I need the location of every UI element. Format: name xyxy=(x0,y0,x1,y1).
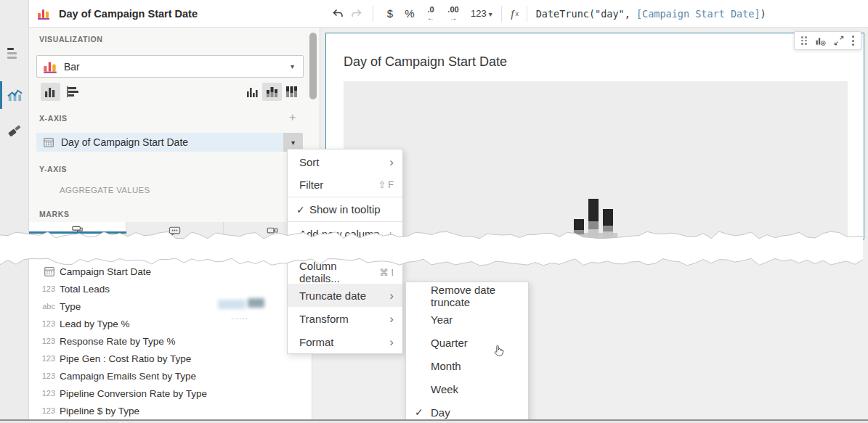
currency-format-button[interactable]: $ xyxy=(381,7,399,20)
app-window: + Day of Campaign Start Date VISUALIZATI… xyxy=(0,0,868,423)
redo-button[interactable] xyxy=(349,7,364,21)
number-type-icon: 123 xyxy=(39,319,55,328)
field-row-response-rate-by-type[interactable]: 123Response Rate by Type % xyxy=(29,332,312,350)
menu-item-label: Year xyxy=(431,313,519,326)
chart-loading-placeholder xyxy=(344,81,848,239)
menu-item-quarter[interactable]: Quarter xyxy=(406,331,528,354)
menu-item-filter[interactable]: Filter⇧ F xyxy=(288,173,402,196)
add-chart-icon[interactable] xyxy=(814,35,827,47)
aggregate-values-label: AGGREGATE VALUES xyxy=(60,186,150,194)
number-type-icon: 123 xyxy=(39,371,55,380)
menu-item-label: Transform xyxy=(299,313,389,325)
toolbar-divider xyxy=(527,6,527,22)
field-label: Response Rate by Type % xyxy=(60,336,176,347)
menu-item-label: Show in tooltip xyxy=(309,203,394,215)
menu-item-label: Month xyxy=(431,360,519,372)
percent-stacked-bar-button[interactable] xyxy=(282,83,301,101)
field-label: Campaign Emails Sent by Type xyxy=(60,371,196,382)
menu-item-truncate-date[interactable]: Truncate date› xyxy=(288,284,402,307)
number-type-icon: 123 xyxy=(39,337,55,345)
chart-hover-toolbar xyxy=(794,31,861,50)
field-row-campaign-emails-sent-by-type[interactable]: 123Campaign Emails Sent by Type xyxy=(29,367,312,385)
percent-format-button[interactable]: % xyxy=(399,7,420,20)
x-axis-field-label: Day of Campaign Start Date xyxy=(61,136,277,148)
field-label: Pipe Gen : Cost Ratio by Type xyxy=(60,353,191,364)
grouped-bar-button[interactable] xyxy=(243,83,262,101)
field-row-pipe-gen-cost-ratio-by-type[interactable]: 123Pipe Gen : Cost Ratio by Type xyxy=(29,350,312,367)
format-toolbar: $ % .0← .00→ 123▾ ƒx DateTrunc("day", [C… xyxy=(320,0,868,28)
viz-type-select[interactable]: Bar ▾ xyxy=(36,55,304,78)
chart-title: Day of Campaign Start Date xyxy=(344,54,507,70)
formula-fx-icon: ƒx xyxy=(502,8,527,20)
kebab-menu-icon[interactable] xyxy=(852,36,854,46)
mouse-cursor-hand xyxy=(492,344,505,361)
redacted-blur xyxy=(218,300,246,309)
number-type-icon: 123 xyxy=(39,389,55,398)
x-axis-section-label: X-AXIS xyxy=(39,114,68,123)
field-label: Pipeline Conversion Rate by Type xyxy=(60,388,207,399)
outline-icon[interactable] xyxy=(7,48,17,59)
number-type-icon: 123 xyxy=(39,406,55,415)
decrease-decimal-button[interactable]: .0← xyxy=(420,6,442,22)
formula-input[interactable]: DateTrunc("day", [Campaign Start Date]) xyxy=(536,8,766,20)
menu-shortcut: ⇧ F xyxy=(378,179,394,190)
visualization-section-label: VISUALIZATION xyxy=(39,35,103,44)
chart-panel-icon[interactable] xyxy=(7,86,23,106)
menu-item-label: Truncate date xyxy=(299,289,389,302)
redacted-dots: ······ xyxy=(231,315,253,322)
horizontal-bar-type-button[interactable] xyxy=(63,83,83,101)
field-row-pipeline-conversion-rate-by-type[interactable]: 123Pipeline Conversion Rate by Type xyxy=(29,385,312,402)
menu-item-transform[interactable]: Transform› xyxy=(288,307,402,330)
panel-header: Day of Campaign Start Date xyxy=(29,0,320,28)
field-row-lead-by-type[interactable]: 123Lead by Type % xyxy=(29,315,312,332)
menu-item-label: Week xyxy=(431,383,519,395)
expand-icon[interactable] xyxy=(833,35,845,46)
field-row-type[interactable]: abcType xyxy=(29,297,312,315)
undo-button[interactable] xyxy=(330,7,345,21)
stacked-bar-button[interactable] xyxy=(262,83,282,101)
submenu-chevron-icon: › xyxy=(389,289,394,302)
panel-scrollbar[interactable] xyxy=(309,33,317,99)
panel-title: Day of Campaign Start Date xyxy=(59,8,198,20)
menu-item-format[interactable]: Format› xyxy=(288,330,402,353)
y-axis-section-label: Y-AXIS xyxy=(39,165,67,173)
field-label: Type xyxy=(60,301,81,312)
vertical-bar-type-button[interactable] xyxy=(41,83,60,101)
menu-item-month[interactable]: Month xyxy=(406,354,528,377)
field-label: Pipeline $ by Type xyxy=(60,406,139,416)
field-label: Lead by Type % xyxy=(60,319,130,329)
chevron-down-icon: ▾ xyxy=(489,10,492,18)
menu-item-week[interactable]: Week xyxy=(406,377,528,401)
viz-type-value: Bar xyxy=(64,61,283,73)
increase-decimal-button[interactable]: .00→ xyxy=(442,6,465,22)
number-type-icon: 123 xyxy=(39,354,55,363)
truncate-date-submenu: Remove date truncateYearQuarterMonthWeek… xyxy=(405,282,529,423)
menu-item-remove-date-truncate[interactable]: Remove date truncate xyxy=(406,284,528,308)
text-type-icon: abc xyxy=(39,302,55,311)
menu-item-label: Filter xyxy=(299,178,378,191)
menu-item-year[interactable]: Year xyxy=(406,308,528,331)
number-type-icon: 123 xyxy=(39,284,55,293)
submenu-chevron-icon: › xyxy=(389,313,394,325)
number-format-dropdown[interactable]: 123▾ xyxy=(471,8,492,19)
toolbar-divider xyxy=(373,6,373,22)
torn-screenshot-seam xyxy=(0,218,868,283)
submenu-chevron-icon: › xyxy=(389,336,394,348)
bar-chart-icon xyxy=(44,60,57,73)
menu-item-label: Day xyxy=(431,406,519,419)
menu-divider xyxy=(288,197,402,197)
bar-chart-icon xyxy=(38,8,50,20)
menu-item-sort[interactable]: Sort› xyxy=(288,151,402,173)
x-axis-field-pill[interactable]: Day of Campaign Start Date ▾ xyxy=(36,133,303,152)
menu-item-label: Sort xyxy=(299,156,389,168)
drag-handle-icon[interactable] xyxy=(801,36,807,44)
active-panel-indicator xyxy=(0,81,2,109)
menu-item-label: Quarter xyxy=(431,337,519,349)
submenu-chevron-icon: › xyxy=(389,156,394,168)
menu-item-label: Remove date truncate xyxy=(431,284,519,308)
check-icon: ✓ xyxy=(415,406,431,418)
x-axis-add-icon[interactable]: + xyxy=(289,112,296,123)
menu-item-label: Format xyxy=(299,336,389,348)
format-brush-icon[interactable] xyxy=(7,123,23,142)
field-row-pipeline-by-type[interactable]: 123Pipeline $ by Type xyxy=(29,402,312,419)
